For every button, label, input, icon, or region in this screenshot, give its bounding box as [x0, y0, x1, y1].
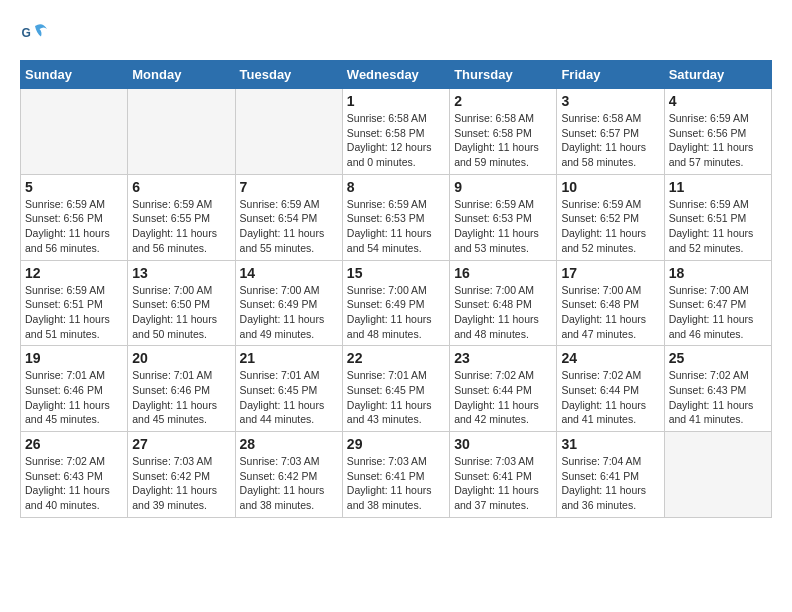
day-number: 7: [240, 179, 338, 195]
day-info: Sunrise: 7:00 AM Sunset: 6:50 PM Dayligh…: [132, 283, 230, 342]
day-info: Sunrise: 7:03 AM Sunset: 6:42 PM Dayligh…: [132, 454, 230, 513]
day-info: Sunrise: 6:59 AM Sunset: 6:53 PM Dayligh…: [454, 197, 552, 256]
day-info: Sunrise: 6:59 AM Sunset: 6:53 PM Dayligh…: [347, 197, 445, 256]
day-number: 9: [454, 179, 552, 195]
day-number: 25: [669, 350, 767, 366]
day-number: 22: [347, 350, 445, 366]
day-info: Sunrise: 6:59 AM Sunset: 6:51 PM Dayligh…: [25, 283, 123, 342]
calendar-cell: 31Sunrise: 7:04 AM Sunset: 6:41 PM Dayli…: [557, 432, 664, 518]
day-info: Sunrise: 6:59 AM Sunset: 6:55 PM Dayligh…: [132, 197, 230, 256]
calendar-cell: [21, 89, 128, 175]
calendar-cell: 1Sunrise: 6:58 AM Sunset: 6:58 PM Daylig…: [342, 89, 449, 175]
day-number: 13: [132, 265, 230, 281]
day-info: Sunrise: 7:00 AM Sunset: 6:48 PM Dayligh…: [561, 283, 659, 342]
day-number: 10: [561, 179, 659, 195]
weekday-header-sunday: Sunday: [21, 61, 128, 89]
day-number: 6: [132, 179, 230, 195]
day-info: Sunrise: 6:59 AM Sunset: 6:54 PM Dayligh…: [240, 197, 338, 256]
weekday-header-tuesday: Tuesday: [235, 61, 342, 89]
page-header: G: [20, 20, 772, 50]
calendar-cell: 11Sunrise: 6:59 AM Sunset: 6:51 PM Dayli…: [664, 174, 771, 260]
calendar-cell: 3Sunrise: 6:58 AM Sunset: 6:57 PM Daylig…: [557, 89, 664, 175]
calendar-cell: 22Sunrise: 7:01 AM Sunset: 6:45 PM Dayli…: [342, 346, 449, 432]
day-number: 31: [561, 436, 659, 452]
day-info: Sunrise: 7:01 AM Sunset: 6:46 PM Dayligh…: [132, 368, 230, 427]
calendar-cell: [664, 432, 771, 518]
day-number: 17: [561, 265, 659, 281]
calendar-cell: 17Sunrise: 7:00 AM Sunset: 6:48 PM Dayli…: [557, 260, 664, 346]
day-info: Sunrise: 7:00 AM Sunset: 6:47 PM Dayligh…: [669, 283, 767, 342]
day-info: Sunrise: 6:59 AM Sunset: 6:56 PM Dayligh…: [25, 197, 123, 256]
calendar-cell: 23Sunrise: 7:02 AM Sunset: 6:44 PM Dayli…: [450, 346, 557, 432]
calendar-cell: 5Sunrise: 6:59 AM Sunset: 6:56 PM Daylig…: [21, 174, 128, 260]
day-info: Sunrise: 7:02 AM Sunset: 6:43 PM Dayligh…: [25, 454, 123, 513]
day-info: Sunrise: 7:00 AM Sunset: 6:49 PM Dayligh…: [347, 283, 445, 342]
day-number: 29: [347, 436, 445, 452]
day-number: 3: [561, 93, 659, 109]
calendar-cell: [235, 89, 342, 175]
day-info: Sunrise: 6:59 AM Sunset: 6:51 PM Dayligh…: [669, 197, 767, 256]
calendar-cell: 6Sunrise: 6:59 AM Sunset: 6:55 PM Daylig…: [128, 174, 235, 260]
day-info: Sunrise: 7:03 AM Sunset: 6:41 PM Dayligh…: [454, 454, 552, 513]
day-info: Sunrise: 7:04 AM Sunset: 6:41 PM Dayligh…: [561, 454, 659, 513]
weekday-header-saturday: Saturday: [664, 61, 771, 89]
day-number: 18: [669, 265, 767, 281]
calendar-cell: 20Sunrise: 7:01 AM Sunset: 6:46 PM Dayli…: [128, 346, 235, 432]
day-info: Sunrise: 7:01 AM Sunset: 6:45 PM Dayligh…: [347, 368, 445, 427]
weekday-header-monday: Monday: [128, 61, 235, 89]
weekday-header-thursday: Thursday: [450, 61, 557, 89]
day-info: Sunrise: 7:02 AM Sunset: 6:44 PM Dayligh…: [561, 368, 659, 427]
day-info: Sunrise: 6:59 AM Sunset: 6:56 PM Dayligh…: [669, 111, 767, 170]
calendar-cell: 7Sunrise: 6:59 AM Sunset: 6:54 PM Daylig…: [235, 174, 342, 260]
day-info: Sunrise: 7:01 AM Sunset: 6:45 PM Dayligh…: [240, 368, 338, 427]
calendar-cell: 13Sunrise: 7:00 AM Sunset: 6:50 PM Dayli…: [128, 260, 235, 346]
calendar-week-row: 5Sunrise: 6:59 AM Sunset: 6:56 PM Daylig…: [21, 174, 772, 260]
day-number: 26: [25, 436, 123, 452]
day-number: 1: [347, 93, 445, 109]
day-number: 27: [132, 436, 230, 452]
day-info: Sunrise: 6:59 AM Sunset: 6:52 PM Dayligh…: [561, 197, 659, 256]
day-number: 19: [25, 350, 123, 366]
weekday-header-wednesday: Wednesday: [342, 61, 449, 89]
day-number: 14: [240, 265, 338, 281]
day-number: 28: [240, 436, 338, 452]
logo: G: [20, 20, 54, 50]
day-number: 24: [561, 350, 659, 366]
day-number: 16: [454, 265, 552, 281]
day-info: Sunrise: 6:58 AM Sunset: 6:57 PM Dayligh…: [561, 111, 659, 170]
day-info: Sunrise: 7:00 AM Sunset: 6:49 PM Dayligh…: [240, 283, 338, 342]
day-number: 23: [454, 350, 552, 366]
calendar-week-row: 26Sunrise: 7:02 AM Sunset: 6:43 PM Dayli…: [21, 432, 772, 518]
calendar-cell: 2Sunrise: 6:58 AM Sunset: 6:58 PM Daylig…: [450, 89, 557, 175]
day-info: Sunrise: 7:02 AM Sunset: 6:43 PM Dayligh…: [669, 368, 767, 427]
svg-text:G: G: [22, 26, 31, 40]
day-info: Sunrise: 6:58 AM Sunset: 6:58 PM Dayligh…: [347, 111, 445, 170]
calendar-cell: 27Sunrise: 7:03 AM Sunset: 6:42 PM Dayli…: [128, 432, 235, 518]
day-number: 8: [347, 179, 445, 195]
calendar-cell: 29Sunrise: 7:03 AM Sunset: 6:41 PM Dayli…: [342, 432, 449, 518]
weekday-header-friday: Friday: [557, 61, 664, 89]
calendar-cell: 18Sunrise: 7:00 AM Sunset: 6:47 PM Dayli…: [664, 260, 771, 346]
day-info: Sunrise: 7:03 AM Sunset: 6:42 PM Dayligh…: [240, 454, 338, 513]
calendar-cell: [128, 89, 235, 175]
weekday-header-row: SundayMondayTuesdayWednesdayThursdayFrid…: [21, 61, 772, 89]
day-info: Sunrise: 7:01 AM Sunset: 6:46 PM Dayligh…: [25, 368, 123, 427]
calendar-table: SundayMondayTuesdayWednesdayThursdayFrid…: [20, 60, 772, 518]
calendar-cell: 9Sunrise: 6:59 AM Sunset: 6:53 PM Daylig…: [450, 174, 557, 260]
day-number: 30: [454, 436, 552, 452]
calendar-cell: 14Sunrise: 7:00 AM Sunset: 6:49 PM Dayli…: [235, 260, 342, 346]
calendar-cell: 16Sunrise: 7:00 AM Sunset: 6:48 PM Dayli…: [450, 260, 557, 346]
calendar-week-row: 19Sunrise: 7:01 AM Sunset: 6:46 PM Dayli…: [21, 346, 772, 432]
calendar-cell: 26Sunrise: 7:02 AM Sunset: 6:43 PM Dayli…: [21, 432, 128, 518]
day-number: 15: [347, 265, 445, 281]
calendar-week-row: 1Sunrise: 6:58 AM Sunset: 6:58 PM Daylig…: [21, 89, 772, 175]
calendar-cell: 30Sunrise: 7:03 AM Sunset: 6:41 PM Dayli…: [450, 432, 557, 518]
calendar-cell: 21Sunrise: 7:01 AM Sunset: 6:45 PM Dayli…: [235, 346, 342, 432]
day-number: 5: [25, 179, 123, 195]
calendar-cell: 4Sunrise: 6:59 AM Sunset: 6:56 PM Daylig…: [664, 89, 771, 175]
day-number: 2: [454, 93, 552, 109]
calendar-cell: 8Sunrise: 6:59 AM Sunset: 6:53 PM Daylig…: [342, 174, 449, 260]
calendar-cell: 19Sunrise: 7:01 AM Sunset: 6:46 PM Dayli…: [21, 346, 128, 432]
calendar-cell: 25Sunrise: 7:02 AM Sunset: 6:43 PM Dayli…: [664, 346, 771, 432]
day-number: 20: [132, 350, 230, 366]
